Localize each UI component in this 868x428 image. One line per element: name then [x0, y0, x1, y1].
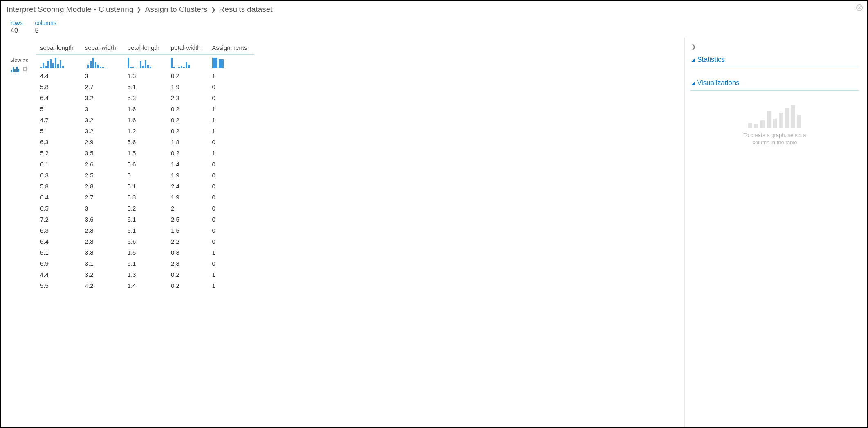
table-cell: 3.2: [81, 269, 123, 280]
table-cell: 3: [81, 103, 123, 114]
data-table-scroll[interactable]: sepal-lengthsepal-widthpetal-lengthpetal…: [36, 42, 682, 427]
table-row[interactable]: 6.12.65.61.40: [36, 159, 254, 170]
visualization-placeholder: To create a graph, select a column in th…: [691, 103, 859, 146]
breadcrumb-item: Results dataset: [219, 5, 273, 14]
table-row[interactable]: 4.73.21.60.21: [36, 114, 254, 125]
table-cell: 0: [208, 192, 255, 203]
column-header[interactable]: petal-width: [167, 42, 208, 55]
column-histogram[interactable]: [40, 57, 74, 68]
table-cell: 1.5: [123, 148, 167, 159]
table-row[interactable]: 53.21.20.21: [36, 125, 254, 137]
table-cell: 2.5: [167, 214, 208, 225]
table-cell: 2.5: [81, 170, 123, 181]
table-cell: 3.1: [81, 258, 123, 269]
table-cell: 1.3: [123, 70, 167, 81]
section-visualizations[interactable]: ◢ Visualizations: [691, 76, 859, 91]
table-row[interactable]: 6.42.75.31.90: [36, 192, 254, 203]
table-cell: 0: [208, 214, 255, 225]
table-cell: 4.4: [36, 269, 81, 280]
placeholder-text: column in the table: [752, 139, 797, 146]
table-cell: 1.9: [167, 192, 208, 203]
table-cell: 3.2: [81, 114, 123, 125]
table-cell: 0: [208, 225, 255, 236]
table-cell: 1.5: [123, 247, 167, 258]
table-row[interactable]: 6.43.25.32.30: [36, 92, 254, 103]
column-histogram[interactable]: [171, 57, 201, 68]
column-histogram[interactable]: [85, 57, 116, 68]
table-cell: 1.6: [123, 114, 167, 125]
table-cell: 1.5: [167, 225, 208, 236]
table-cell: 5.3: [123, 92, 167, 103]
table-cell: 4.4: [36, 70, 81, 81]
table-row[interactable]: 531.60.21: [36, 103, 254, 114]
rows-label: rows: [11, 20, 23, 26]
breadcrumb-item[interactable]: Assign to Clusters: [145, 5, 207, 14]
table-cell: 0: [208, 159, 255, 170]
table-cell: 5.6: [123, 159, 167, 170]
table-cell: 7.2: [36, 214, 81, 225]
breadcrumb: Interpret Scoring Module - Clustering ❯ …: [1, 1, 867, 16]
chevron-right-icon[interactable]: ❯: [691, 43, 859, 52]
table-row[interactable]: 6.42.85.62.20: [36, 236, 254, 247]
table-cell: 2.2: [167, 236, 208, 247]
table-cell: 2.6: [81, 159, 123, 170]
table-cell: 5.6: [123, 236, 167, 247]
table-row[interactable]: 5.82.85.12.40: [36, 181, 254, 192]
histogram-icon[interactable]: [11, 67, 19, 72]
table-cell: 5.1: [123, 258, 167, 269]
table-row[interactable]: 5.23.51.50.21: [36, 148, 254, 159]
table-cell: 0.3: [167, 247, 208, 258]
table-row[interactable]: 6.32.85.11.50: [36, 225, 254, 236]
table-cell: 1: [208, 247, 255, 258]
table-cell: 5.5: [36, 280, 81, 291]
column-header[interactable]: sepal-width: [81, 42, 123, 55]
table-cell: 6.3: [36, 137, 81, 148]
view-as-label: view as: [11, 57, 36, 63]
table-cell: 4.2: [81, 280, 123, 291]
table-row[interactable]: 6.93.15.12.30: [36, 258, 254, 269]
table-cell: 5: [36, 125, 81, 137]
table-row[interactable]: 5.54.21.40.21: [36, 280, 254, 291]
table-cell: 5.8: [36, 81, 81, 92]
table-cell: 1: [208, 114, 255, 125]
close-icon[interactable]: [856, 4, 863, 13]
table-cell: 1.3: [123, 269, 167, 280]
table-row[interactable]: 7.23.66.12.50: [36, 214, 254, 225]
table-cell: 3.2: [81, 92, 123, 103]
column-histogram[interactable]: [212, 57, 247, 68]
column-header[interactable]: Assignments: [208, 42, 255, 55]
table-row[interactable]: 4.431.30.21: [36, 70, 254, 81]
table-cell: 1.4: [167, 159, 208, 170]
table-cell: 5.1: [123, 181, 167, 192]
table-row[interactable]: 5.82.75.11.90: [36, 81, 254, 92]
table-row[interactable]: 4.43.21.30.21: [36, 269, 254, 280]
table-row[interactable]: 5.13.81.50.31: [36, 247, 254, 258]
column-histogram[interactable]: [128, 57, 159, 68]
table-cell: 0.2: [167, 70, 208, 81]
table-cell: 0.2: [167, 103, 208, 114]
table-cell: 6.4: [36, 236, 81, 247]
section-statistics[interactable]: ◢ Statistics: [691, 52, 859, 67]
column-header[interactable]: petal-length: [123, 42, 167, 55]
table-cell: 0.2: [167, 269, 208, 280]
collapse-icon: ◢: [691, 81, 695, 86]
breadcrumb-item[interactable]: Interpret Scoring Module - Clustering: [7, 5, 133, 14]
chevron-right-icon: ❯: [211, 6, 216, 13]
table-cell: 0: [208, 181, 255, 192]
table-cell: 2: [167, 203, 208, 214]
placeholder-chart-icon: [691, 103, 859, 128]
boxplot-icon[interactable]: [22, 66, 27, 72]
table-cell: 1: [208, 103, 255, 114]
table-cell: 0.2: [167, 148, 208, 159]
table-row[interactable]: 6.535.220: [36, 203, 254, 214]
right-panel: ❯ ◢ Statistics ◢ Visualizations To creat…: [687, 38, 867, 427]
table-row[interactable]: 6.32.551.90: [36, 170, 254, 181]
table-cell: 6.1: [36, 159, 81, 170]
column-header[interactable]: sepal-length: [36, 42, 81, 55]
table-cell: 0: [208, 92, 255, 103]
table-cell: 5.3: [123, 192, 167, 203]
svg-rect-4: [24, 67, 26, 71]
rows-value: 40: [11, 27, 23, 34]
table-cell: 6.9: [36, 258, 81, 269]
table-row[interactable]: 6.32.95.61.80: [36, 137, 254, 148]
